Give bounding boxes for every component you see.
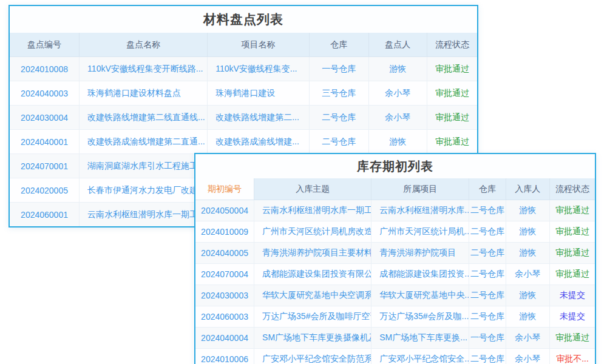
table-header-row: 盘点编号盘点名称项目名称仓库盘点人流程状态: [10, 33, 477, 57]
cell-warehouse: 二号仓库: [469, 264, 506, 285]
panel-title-material-inventory: 材料盘点列表: [10, 6, 477, 33]
cell-person: 余小琴: [368, 81, 427, 106]
cell-name: 湖南洞庭湖水库引水工程施工...: [80, 154, 208, 178]
cell-project: 珠海鹤港口建设: [208, 81, 310, 106]
cell-name: 万达广场35#会所及咖啡厅空调...: [254, 306, 371, 328]
table-row[interactable]: 2024010009广州市天河区统计局机房改造项...广州市天河区统计局机...…: [195, 221, 595, 243]
cell-warehouse: 二号仓库: [469, 243, 506, 264]
cell-id[interactable]: 2024070001: [10, 154, 80, 178]
cell-status[interactable]: 审批通过: [427, 81, 477, 106]
table-row[interactable]: 2024060003万达广场35#会所及咖啡厅空调...万达广场35#会所及咖.…: [195, 306, 595, 328]
cell-person: 余小琴: [506, 349, 549, 364]
cell-person: 游恢: [506, 221, 549, 243]
cell-status[interactable]: 未提交: [550, 285, 595, 306]
cell-warehouse: 二号仓库: [469, 349, 506, 364]
cell-id[interactable]: 2024010006: [195, 349, 254, 364]
cell-person: 游恢: [506, 306, 549, 328]
column-header-status[interactable]: 流程状态: [550, 178, 595, 200]
cell-person: 游恢: [506, 285, 549, 306]
table-row[interactable]: 2024010006广安邓小平纪念馆安全防范系统...广安邓小平纪念馆安全...…: [195, 349, 595, 364]
cell-id[interactable]: 2024040005: [195, 243, 254, 264]
cell-person: 游恢: [368, 57, 427, 81]
cell-id[interactable]: 2024020005: [10, 178, 80, 203]
table-row[interactable]: 2024030003华软大厦研究基地中央空调系统...华软大厦研究基地中央...…: [195, 285, 595, 306]
cell-status[interactable]: 审批通过: [550, 200, 595, 221]
cell-name: 珠海鹤港口建设材料盘点: [80, 81, 208, 106]
cell-warehouse: 二号仓库: [469, 285, 506, 306]
cell-status[interactable]: 审批通过: [550, 221, 595, 243]
cell-status[interactable]: 审批通过: [550, 243, 595, 264]
cell-name: 110kV安徽线程集变开断线路...: [80, 57, 208, 81]
table-row[interactable]: 2024030004改建铁路线增建第二线直通线...改建铁路线增建第二...二号…: [10, 106, 477, 130]
cell-project: 云南水利枢纽潜明水库...: [371, 200, 469, 221]
cell-id[interactable]: 2024040004: [195, 328, 254, 349]
cell-person: 余小琴: [368, 106, 427, 130]
cell-status[interactable]: 审批通过: [427, 57, 477, 81]
cell-name: 成都能源建设集团投资有限公司...: [254, 264, 371, 285]
column-header-person[interactable]: 入库人: [506, 178, 549, 200]
table-row[interactable]: 2024050004云南水利枢纽潜明水库一期工程...云南水利枢纽潜明水库...…: [195, 200, 595, 221]
cell-id[interactable]: 2024060003: [195, 306, 254, 328]
cell-id[interactable]: 2024040001: [10, 130, 80, 154]
cell-warehouse: 二号仓库: [469, 221, 506, 243]
cell-project: 成都能源建设集团投资...: [371, 264, 469, 285]
cell-name: 长春市伊通河水力发电厂改建...: [80, 178, 208, 203]
cell-person: 余小琴: [506, 328, 549, 349]
cell-id[interactable]: 2024030003: [195, 285, 254, 306]
cell-name: 改建铁路成渝线增建第二直通...: [80, 130, 208, 154]
cell-id[interactable]: 2024030004: [10, 106, 80, 130]
cell-person: 余小琴: [506, 264, 549, 285]
cell-warehouse: 三号仓库: [310, 81, 369, 106]
cell-status[interactable]: 审批通过: [427, 130, 477, 154]
column-header-project[interactable]: 项目名称: [208, 33, 310, 57]
table-row[interactable]: 2024010008110kV安徽线程集变开断线路...110kV安徽线程集变.…: [10, 57, 477, 81]
cell-warehouse: 二号仓库: [469, 306, 506, 328]
cell-project: 广州市天河区统计局机...: [371, 221, 469, 243]
cell-id[interactable]: 2024010009: [195, 221, 254, 243]
cell-id[interactable]: 2024010008: [10, 57, 80, 81]
initial-stock-list-panel: 库存期初列表 期初编号入库主题所属项目仓库入库人流程状态 2024050004云…: [194, 153, 596, 364]
column-header-name[interactable]: 盘点名称: [80, 33, 208, 57]
table-row[interactable]: 2024040003珠海鹤港口建设材料盘点珠海鹤港口建设三号仓库余小琴审批通过: [10, 81, 477, 106]
cell-project: 万达广场35#会所及咖...: [371, 306, 469, 328]
cell-id[interactable]: 2024040003: [10, 81, 80, 106]
table-header-row: 期初编号入库主题所属项目仓库入库人流程状态: [195, 178, 595, 200]
cell-status[interactable]: 未提交: [550, 306, 595, 328]
table-row[interactable]: 2024040004SM广场地下车库更换摄像机及...SM广场地下车库更换...…: [195, 328, 595, 349]
cell-status[interactable]: 审批不...: [550, 349, 595, 364]
cell-status[interactable]: 审批通过: [427, 106, 477, 130]
cell-project: 改建铁路成渝线增建...: [208, 130, 310, 154]
column-header-name[interactable]: 入库主题: [254, 178, 371, 200]
table-row[interactable]: 2024040001改建铁路成渝线增建第二直通...改建铁路成渝线增建...二号…: [10, 130, 477, 154]
cell-project: 广安邓小平纪念馆安全...: [371, 349, 469, 364]
cell-name: 云南水利枢纽潜明水库一期工...: [80, 203, 208, 227]
column-header-project[interactable]: 所属项目: [371, 178, 469, 200]
initial-stock-table: 期初编号入库主题所属项目仓库入库人流程状态 2024050004云南水利枢纽潜明…: [195, 178, 595, 364]
table-row[interactable]: 2024070004成都能源建设集团投资有限公司...成都能源建设集团投资...…: [195, 264, 595, 285]
cell-name: 青海洪湖养护院项目主要材料期...: [254, 243, 371, 264]
cell-warehouse: 二号仓库: [310, 130, 369, 154]
column-header-status[interactable]: 流程状态: [427, 33, 477, 57]
cell-person: 游恢: [368, 130, 427, 154]
column-header-id[interactable]: 盘点编号: [10, 33, 80, 57]
cell-id[interactable]: 2024060001: [10, 203, 80, 227]
cell-id[interactable]: 2024050004: [195, 200, 254, 221]
cell-name: 云南水利枢纽潜明水库一期工程...: [254, 200, 371, 221]
column-header-person[interactable]: 盘点人: [368, 33, 427, 57]
cell-name: 广州市天河区统计局机房改造项...: [254, 221, 371, 243]
cell-warehouse: 二号仓库: [469, 200, 506, 221]
column-header-id[interactable]: 期初编号: [195, 178, 254, 200]
column-header-warehouse[interactable]: 仓库: [310, 33, 369, 57]
cell-status[interactable]: 审批通过: [550, 264, 595, 285]
cell-warehouse: 一号仓库: [310, 57, 369, 81]
cell-project: SM广场地下车库更换...: [371, 328, 469, 349]
cell-project: 110kV安徽线程集变...: [208, 57, 310, 81]
cell-name: SM广场地下车库更换摄像机及...: [254, 328, 371, 349]
cell-id[interactable]: 2024070004: [195, 264, 254, 285]
cell-name: 改建铁路线增建第二线直通线...: [80, 106, 208, 130]
cell-person: 游恢: [506, 200, 549, 221]
cell-status[interactable]: 审批通过: [550, 328, 595, 349]
column-header-warehouse[interactable]: 仓库: [469, 178, 506, 200]
cell-name: 华软大厦研究基地中央空调系统...: [254, 285, 371, 306]
table-row[interactable]: 2024040005青海洪湖养护院项目主要材料期...青海洪湖养护院项目二号仓库…: [195, 243, 595, 264]
